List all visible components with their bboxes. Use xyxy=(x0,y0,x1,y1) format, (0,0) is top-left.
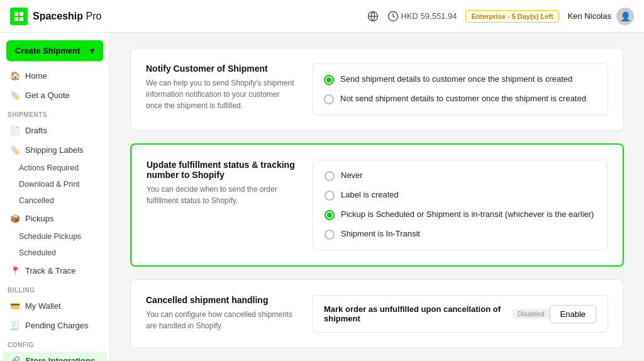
cancelled-title: Cancelled shipment handling xyxy=(146,295,297,305)
avatar: 👤 xyxy=(616,8,634,25)
cancelled-row-label: Mark order as unfulfilled upon cancellat… xyxy=(324,304,550,323)
sidebar: Create Shipment ▾ 🏠 Home 🏷️ Get a Quote … xyxy=(0,33,110,361)
radio-fulfillment-2[interactable] xyxy=(325,210,335,220)
cancelled-desc: Cancelled shipment handling You can conf… xyxy=(146,295,297,333)
section-shipments-label: Shipments xyxy=(0,105,109,121)
svg-rect-1 xyxy=(19,11,23,15)
svg-rect-2 xyxy=(14,16,18,20)
sidebar-item-my-wallet[interactable]: 💳 My Wallet xyxy=(3,297,107,315)
shipping-labels-icon: 🏷️ xyxy=(10,145,20,155)
balance-amount: HKD 59,551.94 xyxy=(401,11,457,21)
notify-section: Notify Customer of Shipment We can help … xyxy=(130,48,624,131)
logo-icon xyxy=(10,8,28,25)
radio-fulfillment-1[interactable] xyxy=(325,191,335,201)
notify-options: Send shipment details to customer once t… xyxy=(312,64,608,115)
topnav: Spaceship Pro HKD 59,551.94 Enterprise -… xyxy=(0,0,644,33)
radio-notify-1[interactable] xyxy=(324,94,334,104)
pickups-icon: 📦 xyxy=(10,214,20,223)
fulfillment-option-0[interactable]: Never xyxy=(325,170,596,181)
svg-rect-0 xyxy=(14,11,18,15)
fulfillment-desc: Update fulfillment status & tracking num… xyxy=(147,160,297,250)
fulfillment-options: Never Label is created Pickup is Schedul… xyxy=(313,160,608,250)
sidebar-item-track-trace[interactable]: 📍 Track & Trace xyxy=(3,262,107,280)
sidebar-item-shipping-labels[interactable]: 🏷️ Shipping Labels xyxy=(3,141,107,159)
wallet-icon: 💳 xyxy=(10,301,20,311)
user-name: Ken Nicolas xyxy=(568,11,611,21)
notify-description: We can help you to send Shopify's shipme… xyxy=(146,77,297,111)
sidebar-item-download-print[interactable]: Download & Print xyxy=(0,176,109,192)
cancelled-options: Mark order as unfulfilled upon cancellat… xyxy=(312,295,608,333)
sidebar-item-schedule-pickups[interactable]: Schedule Pickups xyxy=(0,228,109,245)
sidebar-item-store-integrations[interactable]: 🔗 Store Integrations xyxy=(3,352,107,361)
cancelled-description: You can configure how cancelled shipment… xyxy=(146,309,297,331)
cancelled-section: Cancelled shipment handling You can conf… xyxy=(130,279,624,348)
cancelled-row: Mark order as unfulfilled upon cancellat… xyxy=(312,295,608,333)
radio-inner-fulfillment-2 xyxy=(327,213,332,218)
radio-inner-notify-0 xyxy=(326,77,331,82)
fulfillment-option-1[interactable]: Label is created xyxy=(325,190,596,201)
app-name: Spaceship Pro xyxy=(33,11,101,22)
sidebar-item-get-a-quote[interactable]: 🏷️ Get a Quote xyxy=(3,86,107,104)
fulfillment-description: You can decide when to send the order fu… xyxy=(147,184,297,206)
fulfillment-option-3[interactable]: Shipment is In-Transit xyxy=(325,229,596,240)
integrations-icon: 🔗 xyxy=(10,356,20,361)
notify-title: Notify Customer of Shipment xyxy=(146,64,297,74)
disabled-badge: Disabled xyxy=(513,309,550,319)
pending-icon: 🧾 xyxy=(10,321,20,330)
notify-option-0[interactable]: Send shipment details to customer once t… xyxy=(324,74,596,85)
home-icon: 🏠 xyxy=(10,71,20,81)
globe-button[interactable] xyxy=(367,11,379,22)
balance-display: HKD 59,551.94 xyxy=(387,11,457,22)
svg-rect-3 xyxy=(19,16,23,20)
section-config-label: Config xyxy=(0,335,109,351)
fulfillment-option-2[interactable]: Pickup is Scheduled or Shipment is in-tr… xyxy=(325,209,596,220)
main-content: Notify Customer of Shipment We can help … xyxy=(110,33,644,361)
track-icon: 📍 xyxy=(10,266,20,275)
radio-notify-0[interactable] xyxy=(324,75,334,85)
topnav-right: HKD 59,551.94 Enterprise - 5 Day(s) Left… xyxy=(367,8,634,25)
enable-button[interactable]: Enable xyxy=(550,305,596,323)
fulfillment-section: Update fulfillment status & tracking num… xyxy=(130,143,624,267)
section-billing-label: Billing xyxy=(0,280,109,296)
sidebar-item-home[interactable]: 🏠 Home xyxy=(3,67,107,85)
drafts-icon: 📄 xyxy=(10,126,20,135)
sidebar-item-actions-required[interactable]: Actions Required xyxy=(0,160,109,176)
sidebar-item-pickups[interactable]: 📦 Pickups xyxy=(3,209,107,228)
user-menu[interactable]: Ken Nicolas 👤 xyxy=(568,8,634,25)
app-logo[interactable]: Spaceship Pro xyxy=(10,8,367,25)
create-shipment-button[interactable]: Create Shipment ▾ xyxy=(6,40,103,61)
radio-fulfillment-0[interactable] xyxy=(325,171,335,181)
fulfillment-title: Update fulfillment status & tracking num… xyxy=(147,160,297,180)
plan-badge[interactable]: Enterprise - 5 Day(s) Left xyxy=(465,10,558,23)
notify-desc: Notify Customer of Shipment We can help … xyxy=(146,64,297,115)
sidebar-item-drafts[interactable]: 📄 Drafts xyxy=(3,121,107,140)
quote-icon: 🏷️ xyxy=(10,91,20,100)
sidebar-item-cancelled[interactable]: Cancelled xyxy=(0,192,109,209)
radio-fulfillment-3[interactable] xyxy=(325,230,335,240)
sidebar-item-scheduled[interactable]: Scheduled xyxy=(0,245,109,261)
sidebar-item-pending-charges[interactable]: 🧾 Pending Charges xyxy=(3,316,107,335)
chevron-down-icon: ▾ xyxy=(90,46,94,55)
notify-option-1[interactable]: Not send shipment details to customer on… xyxy=(324,94,596,104)
